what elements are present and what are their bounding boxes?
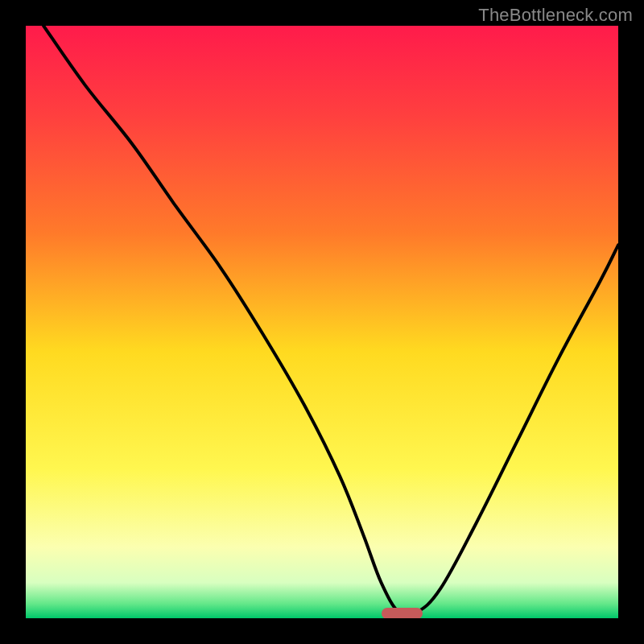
watermark-text: TheBottleneck.com [478, 5, 633, 26]
svg-rect-0 [26, 26, 618, 618]
optimal-range-marker [382, 608, 423, 618]
chart-container: TheBottleneck.com [0, 0, 644, 644]
background-gradient [26, 26, 618, 618]
plot-area [26, 26, 618, 618]
